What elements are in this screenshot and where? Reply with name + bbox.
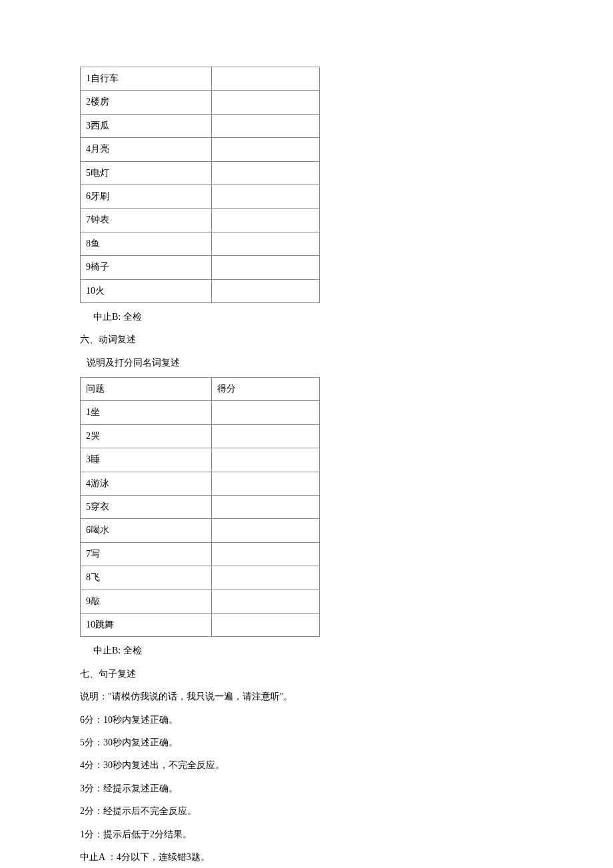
- item-cell: 8飞: [81, 566, 212, 590]
- table-row: 6喝水: [81, 519, 320, 542]
- item-cell: 9敲: [81, 590, 212, 613]
- section-7-instruction: 说明："请模仿我说的话，我只说一遍，请注意听"。: [80, 689, 533, 704]
- scoring-5: 5分：30秒内复述正确。: [80, 735, 533, 750]
- item-cell: 4月亮: [81, 138, 212, 161]
- table-row: 8鱼: [81, 232, 320, 255]
- item-cell: 6喝水: [81, 519, 212, 542]
- item-cell: 8鱼: [81, 232, 212, 255]
- score-cell: [212, 161, 320, 185]
- section-6-title: 六、动词复述: [80, 332, 533, 347]
- table-header-row: 问题 得分: [81, 378, 320, 401]
- score-cell: [212, 401, 320, 424]
- item-cell: 5穿衣: [81, 496, 212, 519]
- score-cell: [212, 256, 320, 279]
- table-row: 4游泳: [81, 472, 320, 495]
- noun-repeat-table: 1自行车 2楼房 3西瓜 4月亮 5电灯 6牙刷 7钟表 8鱼 9椅子 10火: [80, 67, 320, 303]
- item-cell: 3西瓜: [81, 114, 212, 137]
- item-cell: 2哭: [81, 424, 212, 448]
- item-cell: 7钟表: [81, 209, 212, 232]
- score-cell: [212, 519, 320, 542]
- table-row: 1坐: [81, 401, 320, 424]
- verb-repeat-table: 问题 得分 1坐 2哭 3睡 4游泳 5穿衣 6喝水 7写 8飞 9敲 10跳舞: [80, 377, 320, 637]
- score-cell: [212, 114, 320, 137]
- section-6-note: 说明及打分同名词复述: [80, 356, 533, 370]
- scoring-2: 2分：经提示后不完全反应。: [80, 804, 533, 819]
- item-cell: 10火: [81, 279, 212, 302]
- table-row: 4月亮: [81, 138, 320, 161]
- item-cell: 4游泳: [81, 472, 212, 495]
- table-row: 9椅子: [81, 256, 320, 279]
- item-cell: 9椅子: [81, 256, 212, 279]
- score-cell: [212, 232, 320, 255]
- header-question: 问题: [81, 378, 212, 401]
- table-row: 9敲: [81, 590, 320, 613]
- table-row: 2楼房: [81, 91, 320, 114]
- item-cell: 5电灯: [81, 161, 212, 185]
- stop-note-a: 中止A ：4分以下，连续错3题。: [80, 850, 533, 865]
- score-cell: [212, 472, 320, 495]
- table-row: 7钟表: [81, 209, 320, 232]
- table-row: 10跳舞: [81, 613, 320, 636]
- score-cell: [212, 613, 320, 636]
- table-row: 3睡: [81, 448, 320, 472]
- item-cell: 3睡: [81, 448, 212, 472]
- scoring-6: 6分：10秒内复述正确。: [80, 713, 533, 727]
- scoring-3: 3分：经提示复述正确。: [80, 781, 533, 796]
- item-cell: 1自行车: [81, 67, 212, 91]
- item-cell: 1坐: [81, 401, 212, 424]
- table-row: 10火: [81, 279, 320, 302]
- table-row: 3西瓜: [81, 114, 320, 137]
- scoring-1: 1分：提示后低于2分结果。: [80, 827, 533, 842]
- item-cell: 10跳舞: [81, 613, 212, 636]
- table-row: 2哭: [81, 424, 320, 448]
- score-cell: [212, 209, 320, 232]
- scoring-4: 4分：30秒内复述出，不完全反应。: [80, 758, 533, 773]
- table-row: 6牙刷: [81, 185, 320, 208]
- item-cell: 2楼房: [81, 91, 212, 114]
- table-row: 1自行车: [81, 67, 320, 91]
- stop-note-b-2: 中止B: 全检: [80, 644, 533, 658]
- score-cell: [212, 496, 320, 519]
- stop-note-b-1: 中止B: 全检: [80, 310, 533, 324]
- item-cell: 7写: [81, 542, 212, 566]
- table-row: 5电灯: [81, 161, 320, 185]
- score-cell: [212, 91, 320, 114]
- header-score: 得分: [212, 378, 320, 401]
- score-cell: [212, 138, 320, 161]
- section-7-title: 七、句子复述: [80, 667, 533, 681]
- score-cell: [212, 566, 320, 590]
- table-row: 8飞: [81, 566, 320, 590]
- score-cell: [212, 185, 320, 208]
- score-cell: [212, 542, 320, 566]
- score-cell: [212, 590, 320, 613]
- item-cell: 6牙刷: [81, 185, 212, 208]
- table-row: 5穿衣: [81, 496, 320, 519]
- score-cell: [212, 67, 320, 91]
- score-cell: [212, 279, 320, 302]
- score-cell: [212, 424, 320, 448]
- score-cell: [212, 448, 320, 472]
- table-row: 7写: [81, 542, 320, 566]
